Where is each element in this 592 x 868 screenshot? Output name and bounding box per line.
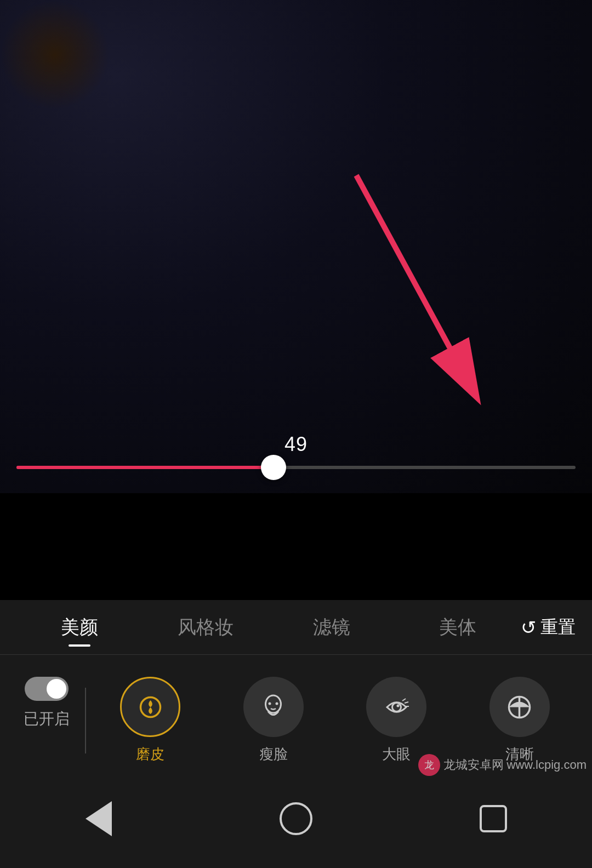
watermark-icon: 龙 <box>418 754 440 776</box>
svg-point-6 <box>392 703 401 711</box>
feature-smooth[interactable]: 磨皮 <box>89 671 212 769</box>
toggle-label: 已开启 <box>24 709 70 729</box>
reset-label: 重置 <box>540 615 576 639</box>
smooth-label: 磨皮 <box>136 745 164 764</box>
nav-bar <box>0 780 592 868</box>
slider-fill <box>16 466 274 469</box>
camera-preview <box>0 0 592 493</box>
tab-makeup[interactable]: 风格妆 <box>143 609 269 646</box>
watermark-url: www.lcpig.com <box>507 758 587 772</box>
back-icon <box>86 801 112 836</box>
toggle-switch[interactable] <box>25 677 69 701</box>
feature-slim[interactable]: 瘦脸 <box>212 671 335 769</box>
slider-thumb[interactable] <box>261 455 286 480</box>
svg-point-5 <box>276 702 278 705</box>
svg-point-3 <box>266 695 281 713</box>
tab-bar: 美颜 风格妆 滤镜 美体 ↺ 重置 <box>0 600 592 655</box>
nav-home-button[interactable] <box>274 797 318 841</box>
reset-button[interactable]: ↺ 重置 <box>521 615 576 639</box>
divider <box>85 688 86 753</box>
slim-icon-circle <box>243 677 304 737</box>
slider-value-display: 49 <box>284 433 308 456</box>
watermark-text: 龙城安卓网 <box>443 757 504 773</box>
tab-beauty[interactable]: 美颜 <box>16 609 143 646</box>
nav-back-button[interactable] <box>77 797 121 841</box>
svg-point-7 <box>396 704 399 707</box>
smooth-icon-circle <box>120 677 180 737</box>
beauty-toggle[interactable]: 已开启 <box>11 671 82 735</box>
reset-icon: ↺ <box>521 616 536 638</box>
bottom-panel: 美颜 风格妆 滤镜 美体 ↺ 重置 已开启 磨皮 <box>0 600 592 780</box>
slim-label: 瘦脸 <box>259 745 288 764</box>
recents-icon <box>480 805 507 832</box>
nav-recents-button[interactable] <box>471 797 515 841</box>
home-icon <box>280 802 312 835</box>
tab-body[interactable]: 美体 <box>395 609 521 646</box>
sharpen-icon-circle <box>489 677 550 737</box>
beauty-slider[interactable] <box>16 466 576 469</box>
tab-filter[interactable]: 滤镜 <box>269 609 395 646</box>
svg-point-4 <box>269 702 271 705</box>
watermark: 龙 龙城安卓网 www.lcpig.com <box>418 754 587 776</box>
bigeye-icon-circle <box>366 677 426 737</box>
bigeye-label: 大眼 <box>382 745 411 764</box>
